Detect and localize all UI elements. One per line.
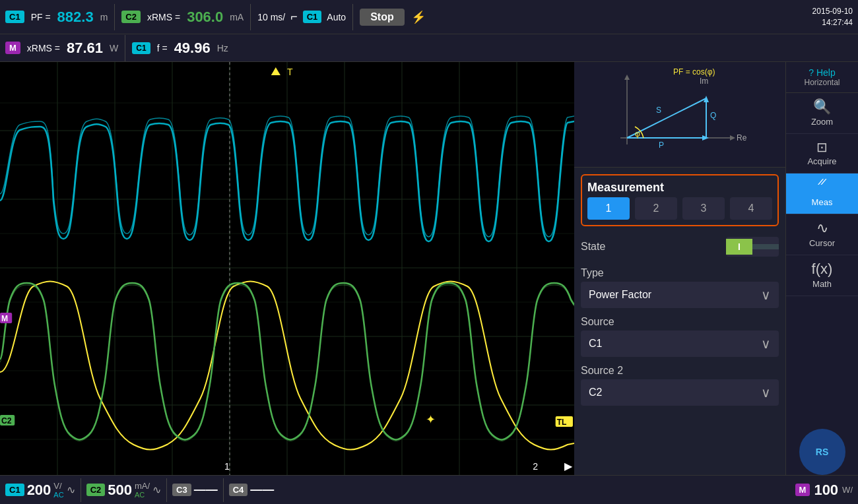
phasor-area: PF = cos(φ) Im Re P Q S (574, 62, 785, 168)
waveform-svg: T M C2 TL ✦ 1 2 ▶ (0, 62, 574, 475)
svg-text:S: S (656, 106, 661, 115)
nav-item-rs[interactable]: RS (799, 429, 845, 475)
c2-xrms-value: 306.0 (187, 9, 223, 26)
type-value: Power Factor (589, 289, 651, 301)
f-value: 49.96 (174, 40, 211, 57)
top-bar: C1 PF = 882.3 m C2 xRMS = 306.0 mA 10 ms… (0, 0, 858, 34)
help-section: ? Help Horizontal (786, 62, 858, 93)
bottom-c4-badge: C4 (229, 484, 248, 496)
nav-item-cursor[interactable]: ∿ Cursor (786, 214, 858, 255)
meas-tab-2[interactable]: 2 (635, 197, 677, 220)
bottom-m-section: M 100 W/ (795, 482, 853, 499)
timebase-section: 10 ms/ ⌐ C1 Auto (257, 10, 346, 24)
m-value: 87.61 (67, 40, 103, 57)
meas-tabs-container: Measurement 1 2 3 4 (581, 174, 779, 226)
zoom-label: Zoom (811, 117, 833, 127)
m-badge: M (5, 42, 20, 54)
divider1 (114, 4, 115, 30)
help-label[interactable]: ? Help (786, 67, 858, 78)
c2-xrms-unit: mA (230, 12, 244, 22)
source-label: Source (581, 316, 779, 328)
top-bar-left: C1 PF = 882.3 m C2 xRMS = 306.0 mA 10 ms… (5, 4, 806, 30)
main-area: T M C2 TL ✦ 1 2 ▶ PF = cos(φ) Im (0, 62, 858, 475)
cursor-label: Cursor (809, 238, 835, 248)
m-xrms-label: xRMS = (27, 43, 60, 53)
toggle-on[interactable]: I (726, 239, 752, 255)
bottom-m-value: 100 (814, 482, 838, 499)
trigger-ch-badge: C1 (303, 11, 322, 23)
divider2 (250, 4, 251, 30)
svg-text:T: T (287, 67, 293, 77)
bottom-c2-value: 500 (108, 482, 132, 499)
svg-text:TL: TL (557, 418, 567, 427)
svg-text:Im: Im (700, 77, 708, 86)
f-unit: Hz (217, 43, 228, 53)
acquire-label: Acquire (807, 156, 836, 166)
acquire-icon: ⊡ (816, 141, 828, 154)
svg-text:P: P (659, 141, 664, 150)
svg-text:C2: C2 (1, 416, 12, 425)
rs-icon: RS (816, 447, 828, 457)
nav-panel: ? Help Horizontal 🔍 Zoom ⊡ Acquire 𝄓 Mea… (785, 62, 858, 475)
state-toggle[interactable]: I (726, 237, 779, 257)
bottom-c2-badge: C2 (86, 484, 106, 496)
datetime: 2015-09-10 14:27:44 (812, 6, 853, 28)
bottom-c4: C4 —— (229, 483, 275, 497)
source-dropdown-arrow-icon: ∨ (761, 336, 771, 352)
f-label: f = (157, 43, 168, 53)
date-line2: 14:27:44 (812, 17, 853, 28)
bottom-c2-type: AC (135, 491, 145, 499)
meas-icon: 𝄓 (817, 180, 828, 195)
bottom-c1-value: 200 (27, 482, 51, 499)
meas-tab-3[interactable]: 3 (682, 197, 725, 220)
battery-icon: ⚡ (411, 10, 426, 24)
c1-pf-value: 882.3 (57, 9, 94, 26)
nav-item-math[interactable]: f(x) Math (786, 255, 858, 296)
meas-tab-4[interactable]: 4 (730, 197, 772, 220)
source2-dropdown[interactable]: C2 ∨ (581, 379, 779, 406)
source-dropdown[interactable]: C1 ∨ (581, 331, 779, 357)
state-row: State I (581, 234, 779, 259)
bottom-c3-badge: C3 (172, 484, 191, 496)
divider-b1 (81, 478, 81, 502)
bottom-c1-type: AC (53, 491, 63, 499)
type-dropdown[interactable]: Power Factor ∨ (581, 282, 779, 308)
trigger-shape-icon: ⌐ (290, 10, 298, 24)
math-label: Math (812, 279, 832, 289)
source-value: C1 (589, 338, 602, 350)
c2-xrms-label: xRMS = (147, 12, 180, 22)
stop-button[interactable]: Stop (360, 9, 405, 26)
c2-badge: C2 (121, 11, 141, 23)
nav-item-meas[interactable]: 𝄓 Meas (786, 173, 858, 214)
svg-text:M: M (1, 314, 8, 323)
state-label: State (581, 241, 605, 253)
type-dropdown-arrow-icon: ∨ (761, 287, 771, 303)
meas-tabs[interactable]: 1 2 3 4 (587, 197, 772, 220)
c2-ac-icon: ∿ (152, 484, 161, 496)
m-unit: W (110, 43, 118, 53)
date-line1: 2015-09-10 (812, 6, 853, 17)
bottom-c1: C1 200 V/ AC ∿ (5, 481, 75, 499)
trigger-mode: Auto (327, 12, 346, 22)
svg-text:1: 1 (224, 461, 230, 472)
c1-f-badge: C1 (132, 42, 150, 54)
svg-text:Q: Q (710, 111, 716, 120)
right-panel: PF = cos(φ) Im Re P Q S (574, 62, 785, 475)
svg-text:φ: φ (635, 129, 640, 139)
bottom-c3: C3 —— (172, 483, 218, 497)
divider-b2 (166, 478, 167, 502)
source2-label: Source 2 (581, 365, 779, 377)
source2-dropdown-row: Source 2 C2 ∨ (581, 365, 779, 406)
svg-text:2: 2 (533, 461, 538, 472)
svg-marker-36 (624, 75, 630, 80)
bottom-bar: C1 200 V/ AC ∿ C2 500 mA/ AC ∿ C3 —— C4 … (0, 475, 858, 504)
c1-badge: C1 (5, 11, 24, 23)
toggle-off[interactable] (752, 244, 779, 249)
bottom-m-unit: W/ (842, 485, 853, 495)
nav-item-acquire[interactable]: ⊡ Acquire (786, 134, 858, 173)
cursor-icon: ∿ (816, 221, 828, 236)
nav-item-zoom[interactable]: 🔍 Zoom (786, 93, 858, 134)
bottom-m-badge: M (795, 484, 810, 496)
meas-tab-1[interactable]: 1 (587, 197, 630, 220)
bottom-c2-unit: mA/ (135, 481, 150, 491)
